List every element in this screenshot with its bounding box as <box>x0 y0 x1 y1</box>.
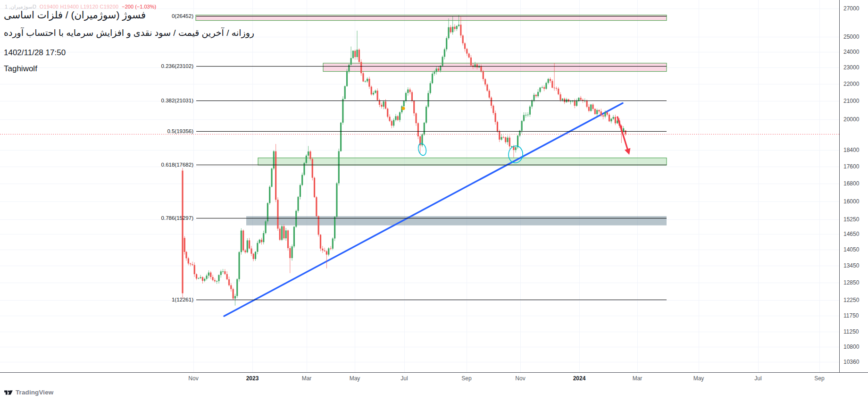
fib-label-0.618: 0.618(17682) <box>161 162 193 168</box>
legend-change: −200 (−1.03%) <box>122 4 156 9</box>
time-axis-month-label: Mar <box>633 375 643 382</box>
tradingview-logo[interactable]: TradingView <box>4 389 53 396</box>
fib-label-0.236: 0.236(23102) <box>161 63 193 69</box>
time-axis-month-label: Nov <box>515 375 525 382</box>
fib-label-0.5: 0.5(19356) <box>167 128 193 134</box>
price-axis-label: 12850 <box>843 279 859 286</box>
trendline-drawing[interactable] <box>224 103 623 316</box>
resistance-zone-0236[interactable] <box>323 63 667 72</box>
time-axis-month-label: May <box>693 375 704 382</box>
time-axis-month-label: Jul <box>401 375 408 382</box>
chart-subtitle: روزانه / آخرین قیمت / سود نقدی و افزایش … <box>4 27 254 38</box>
support-zone-0786[interactable] <box>246 216 667 226</box>
time-axis-year-label: 2023 <box>246 375 259 382</box>
tradingview-logo-icon <box>4 389 13 396</box>
ascending-trendline[interactable] <box>224 103 623 316</box>
chart-datetime: 1402/11/28 17:50 <box>4 48 66 58</box>
price-axis-label: 17600 <box>843 163 859 170</box>
price-axis-label: 23000 <box>843 64 859 71</box>
fib-label-0: 0(26452) <box>172 13 193 19</box>
price-axis-label: 16000 <box>843 198 859 205</box>
price-axis-label: 14650 <box>843 231 859 237</box>
price-axis-label: 10360 <box>843 359 859 365</box>
support-zone-0618[interactable] <box>258 158 667 165</box>
time-axis-month-label: Nov <box>188 375 198 382</box>
fib-label-0.786: 0.786(15297) <box>161 215 193 221</box>
chart-author: Taghiwolf <box>4 64 37 74</box>
price-axis-label: 14050 <box>843 246 859 253</box>
fib-label-1: 1(12261) <box>172 297 193 302</box>
fibonacci-zones[interactable] <box>196 15 667 226</box>
legend-ohlc-values: O19400 H19400 L19120 C19200 <box>40 4 118 9</box>
price-axis-label: 13450 <box>843 262 859 269</box>
chart-title: فسوژ (سوژمیران) / فلزات اساسی <box>4 9 146 21</box>
time-axis-month-label: Sep <box>461 375 471 382</box>
price-axis-label: 25000 <box>843 34 859 40</box>
price-axis-label: 22000 <box>843 81 859 87</box>
time-axis-year-label: 2024 <box>573 375 586 382</box>
price-axis-label: 21000 <box>843 98 859 104</box>
grid-lines <box>0 0 839 372</box>
price-axis[interactable]: 19200 2700025000240002300022000210002000… <box>839 0 868 372</box>
time-axis[interactable]: Nov2023MarMayJulSepNov2024MarMayJulSep <box>0 372 868 384</box>
price-axis-label: 15250 <box>843 216 859 223</box>
price-axis-label: 24000 <box>843 49 859 55</box>
price-axis-label: 12250 <box>843 297 859 303</box>
price-chart-canvas[interactable] <box>0 0 868 402</box>
fib-label-0.382: 0.382(21031) <box>161 98 193 103</box>
tradingview-logo-text: TradingView <box>16 389 53 396</box>
drawing-annotations[interactable] <box>402 107 631 163</box>
price-axis-label: 11250 <box>843 328 859 335</box>
price-axis-label: 16800 <box>843 180 859 187</box>
tradingview-chart-page: سوژمیران, 1D O19400 H19400 L19120 C19200… <box>0 0 868 402</box>
price-axis-label: 18400 <box>843 147 859 153</box>
time-axis-month-label: Sep <box>814 375 824 382</box>
price-axis-label: 27000 <box>843 5 859 12</box>
price-axis-label: 10800 <box>843 343 859 350</box>
time-axis-month-label: May <box>350 375 360 382</box>
time-axis-month-label: Mar <box>302 375 312 382</box>
time-axis-month-label: Jul <box>754 375 761 382</box>
resistance-zone-0[interactable] <box>196 15 667 21</box>
projection-arrow[interactable] <box>618 117 630 155</box>
price-axis-label: 20000 <box>843 116 859 123</box>
price-axis-label: 11750 <box>843 312 859 319</box>
yellow-marker-dot[interactable] <box>402 107 405 110</box>
